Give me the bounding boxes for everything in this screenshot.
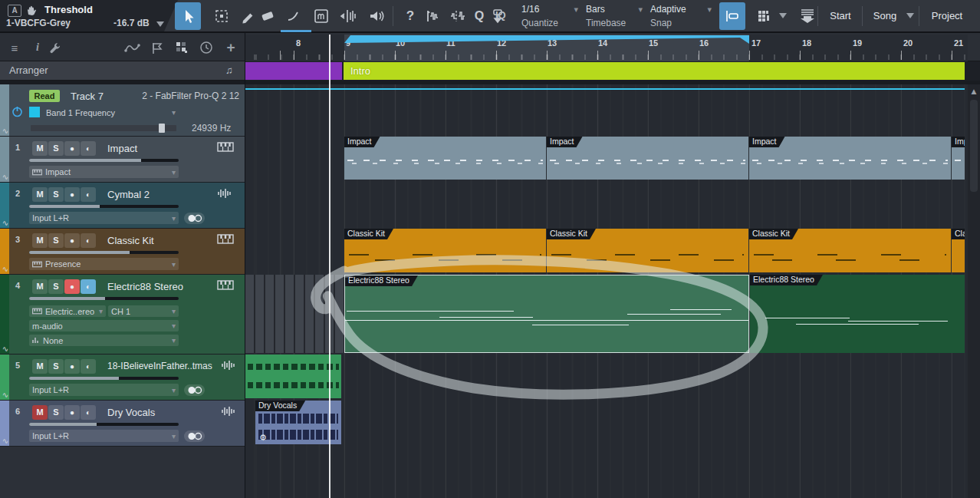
solo-button[interactable]: S	[48, 141, 64, 156]
volume-slider[interactable]	[29, 159, 179, 162]
record-arm-button[interactable]: ●	[64, 141, 80, 156]
timestretch-tool-button[interactable]	[336, 2, 362, 30]
track-name[interactable]: Impact	[107, 143, 137, 154]
snap-mode-select[interactable]: Adaptive▾	[650, 3, 713, 16]
record-arm-button[interactable]: ●	[64, 233, 80, 248]
automation-icon[interactable]: ∿	[0, 390, 11, 400]
page-song-button[interactable]: Song	[863, 0, 906, 31]
arrange-area[interactable]: Impact Impact Impact Impact Classic Kit …	[245, 84, 968, 498]
menu-icon[interactable]: ≡	[6, 39, 23, 56]
clock-icon[interactable]	[198, 39, 215, 56]
preset-variant-label[interactable]: 1-VBCFG-Grey	[6, 18, 71, 28]
instrument-output-select[interactable]: Impact ▾	[29, 166, 179, 178]
input-select[interactable]: Input L+R ▾	[29, 430, 179, 442]
clip-electric88-2[interactable]: Electric88 Stereo	[750, 275, 965, 353]
record-arm-button[interactable]: ●	[64, 405, 80, 420]
mute-tool-button[interactable]	[308, 2, 334, 30]
track-header-impact[interactable]: ∿ 1 M S ● ◐ Impact Impact ▾	[0, 137, 245, 183]
automation-icon[interactable]: ∿	[0, 172, 11, 182]
power-icon[interactable]	[12, 106, 23, 117]
parameter-value-slider[interactable]	[31, 125, 176, 131]
marker-flag-icon[interactable]	[149, 39, 166, 56]
clip-ibelieve-audio[interactable]	[245, 355, 341, 398]
mute-button[interactable]: M	[32, 359, 48, 374]
arranger-section-intro[interactable]: Intro	[344, 62, 965, 80]
record-arm-button[interactable]: ●	[64, 187, 80, 202]
track-header-classic-kit[interactable]: ∿ 3 M S ● ◐ Classic Kit Presence ▾	[0, 229, 245, 275]
clip-classic-kit-3[interactable]: Classic Kit	[749, 229, 951, 272]
stereo-toggle[interactable]	[184, 430, 205, 442]
grid-quantize-icon[interactable]	[173, 39, 190, 56]
parameter-select[interactable]: Band 1 Frequency ▾	[43, 107, 179, 118]
import-button[interactable]	[794, 2, 821, 30]
quantize-select[interactable]: 1/16▾	[521, 3, 580, 16]
scrollbar-thumb[interactable]	[970, 100, 978, 192]
clip-impact-3[interactable]: Impact	[749, 137, 951, 180]
volume-slider[interactable]	[29, 251, 179, 254]
track-name[interactable]: Cymbal 2	[107, 189, 150, 200]
automation-icon[interactable]: ∿	[0, 218, 11, 228]
clip-classic-kit-2[interactable]: Classic Kit	[547, 229, 748, 272]
clip-impact-1[interactable]: Impact	[344, 137, 546, 180]
add-track-icon[interactable]: +	[222, 39, 239, 56]
arranger-lane[interactable]: Intro	[245, 61, 980, 81]
volume-slider[interactable]	[29, 423, 179, 426]
listen-tool-button[interactable]	[363, 2, 390, 30]
automation-icon[interactable]: ∿	[0, 126, 11, 136]
automation-curve-icon[interactable]	[124, 39, 141, 56]
track-name[interactable]: 18-IBelieveInFather..tmas	[107, 361, 212, 371]
automation-icon[interactable]: ∿	[0, 264, 11, 274]
device-select[interactable]: m-audio ▾	[29, 320, 179, 331]
auto-mode-icon[interactable]: A	[8, 5, 21, 17]
timeline-ruler[interactable]: 8 9 10 11 12 13 14 15 16 17 18 19 20 21	[245, 35, 968, 61]
page-project-button[interactable]: Project	[922, 0, 972, 31]
track-name[interactable]: Dry Vocals	[107, 407, 155, 418]
vertical-scrollbar[interactable]: ▲	[968, 84, 980, 498]
instrument-output-select[interactable]: Presence ▾	[29, 258, 179, 270]
monitor-button[interactable]: ◐	[81, 233, 96, 248]
slider-handle[interactable]	[159, 124, 165, 133]
track-header-cymbal[interactable]: ∿ 2 M S ● ◐ Cymbal 2 Input L+R ▾	[0, 183, 245, 229]
help-tool-button[interactable]: ?	[397, 2, 423, 30]
clip-impact-4-partial[interactable]: Impact	[952, 137, 965, 180]
hand-tool-icon[interactable]	[25, 3, 38, 17]
input-quantize-label[interactable]: IQ	[495, 9, 506, 21]
automation-plugin-label[interactable]: 2 - FabFilter Pro-Q 2 12	[142, 91, 239, 101]
playhead[interactable]	[329, 35, 331, 498]
solo-button[interactable]: S	[48, 187, 64, 202]
erase-tool-button[interactable]	[255, 2, 281, 30]
wrench-icon[interactable]	[46, 39, 63, 56]
track-header-dry-vocals[interactable]: ∿ 6 M S ● ◐ Dry Vocals Input L+R ▾	[0, 401, 245, 447]
solo-button[interactable]: S	[48, 359, 64, 374]
automation-icon[interactable]: ∿	[0, 436, 11, 446]
monitor-button[interactable]: ◐	[81, 187, 96, 202]
solo-button[interactable]: S	[48, 233, 64, 248]
arranger-lane-header[interactable]: Arranger ♫	[0, 61, 245, 81]
monitor-button[interactable]: ◐	[81, 405, 96, 420]
input-select[interactable]: Input L+R ▾	[29, 384, 179, 396]
automation-read-badge[interactable]: Read	[29, 90, 60, 102]
audio-bend-marker-button[interactable]	[420, 2, 446, 30]
monitor-button-active[interactable]: ◐	[81, 279, 96, 294]
chevron-down-icon[interactable]	[906, 13, 914, 19]
automation-track-header[interactable]: ∿ Read Track 7 2 - FabFilter Pro-Q 2 12 …	[0, 84, 245, 137]
volume-slider[interactable]	[29, 205, 179, 208]
track-list-button[interactable]	[751, 2, 778, 30]
arranger-section-previous[interactable]	[245, 62, 342, 80]
chevron-down-icon[interactable]	[156, 21, 164, 28]
info-icon[interactable]: i	[29, 39, 46, 56]
clip-impact-2[interactable]: Impact	[547, 137, 748, 180]
monitor-button[interactable]: ◐	[81, 141, 96, 156]
instrument-select[interactable]: Electric..ereo ▾	[29, 305, 106, 317]
track-header-ibelieve[interactable]: ∿ 5 M S ● ◐ 18-IBelieveInFather..tmas In…	[0, 355, 245, 401]
scroll-up-icon[interactable]: ▲	[968, 87, 980, 95]
monitor-button[interactable]: ◐	[81, 359, 96, 374]
panel-divider[interactable]	[245, 33, 245, 498]
page-start-button[interactable]: Start	[819, 0, 862, 31]
mute-button[interactable]: M	[32, 141, 48, 156]
mute-button[interactable]: M	[32, 233, 48, 248]
track-header-electric88[interactable]: ∿ 4 M S ● ◐ Electric88 Stereo Electric..…	[0, 275, 245, 355]
loop-bar[interactable]	[245, 35, 968, 45]
stereo-toggle[interactable]	[184, 384, 205, 396]
track-name[interactable]: Electric88 Stereo	[107, 281, 183, 292]
